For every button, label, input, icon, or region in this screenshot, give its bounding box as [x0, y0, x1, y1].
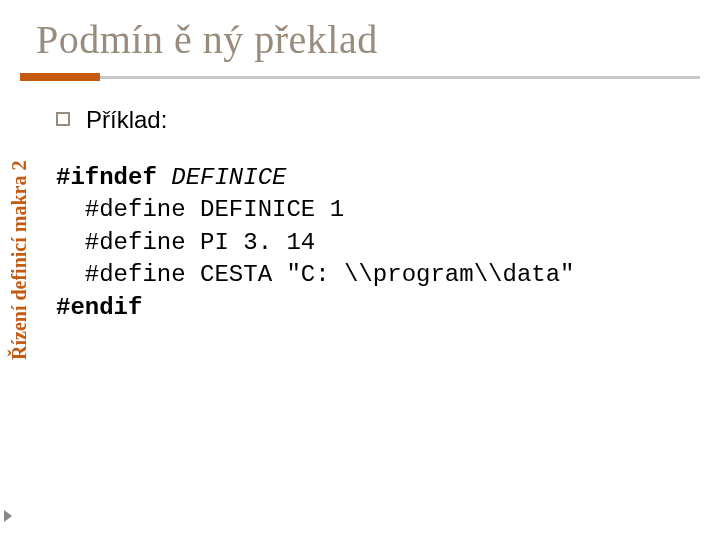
code-ifndef: #ifndef — [56, 164, 157, 191]
bullet-icon — [56, 112, 70, 126]
rule-long — [20, 76, 700, 79]
code-block: #ifndef DEFINICE #define DEFINICE 1 #def… — [0, 134, 720, 324]
caret-icon — [4, 510, 12, 522]
bullet-text: Příklad: — [86, 106, 167, 134]
code-line-3: #define PI 3. 14 — [56, 229, 315, 256]
rule-accent — [20, 73, 100, 81]
title-rule — [0, 73, 720, 78]
code-line-4: #define CESTA "C: \\program\\data" — [56, 261, 574, 288]
bullet-row: Příklad: — [56, 106, 720, 134]
body: Příklad: — [0, 78, 720, 134]
code-ifndef-id: DEFINICE — [157, 164, 287, 191]
slide-title: Podmín ě ný překlad — [0, 0, 720, 73]
slide: Podmín ě ný překlad Příklad: #ifndef DEF… — [0, 0, 720, 540]
code-line-2: #define DEFINICE 1 — [56, 196, 344, 223]
code-endif: #endif — [56, 294, 142, 321]
side-label: Řízení definicí makra 2 — [8, 161, 31, 360]
